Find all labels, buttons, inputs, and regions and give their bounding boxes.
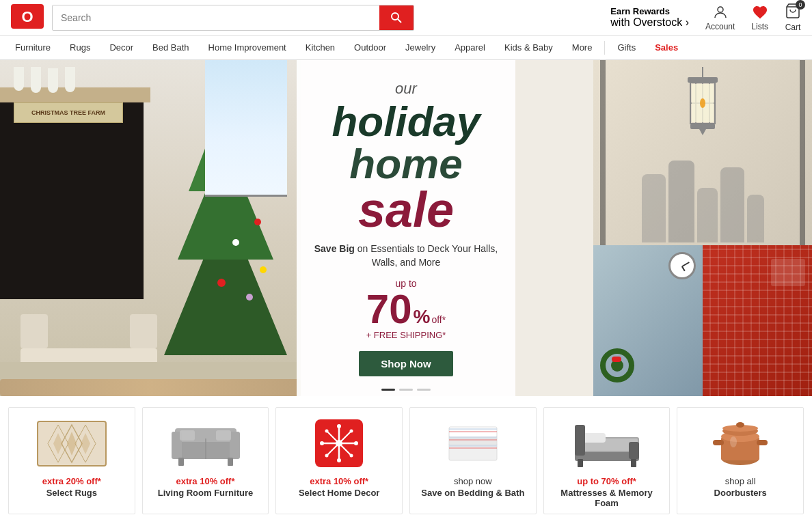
- cat-card-home-decor[interactable]: extra 10% off* Select Home Decor: [275, 407, 403, 514]
- cat-card-living-room[interactable]: extra 10% off* Living Room Furniture: [142, 407, 269, 514]
- nav-divider: [604, 41, 605, 55]
- logo[interactable]: O: [11, 4, 52, 31]
- cat-card-rugs[interactable]: extra 20% off* Select Rugs: [8, 407, 135, 514]
- search-input[interactable]: [53, 5, 379, 30]
- rug: [0, 379, 301, 396]
- hero-desc-rest: on Essentials to Deck Your Halls, Walls,…: [355, 243, 498, 268]
- cat-card-doorbusters[interactable]: shop all Doorbusters: [677, 407, 804, 514]
- cat-name-doorbusters: Doorbusters: [714, 488, 767, 498]
- nav-item-outdoor[interactable]: Outdoor: [344, 36, 396, 59]
- cat-img-sofa: [165, 416, 247, 471]
- hero-dot-3[interactable]: [417, 389, 431, 391]
- stocking4: [65, 67, 75, 92]
- cat-discount-pct-living: extra 10% off*: [176, 476, 235, 486]
- ornament1: [254, 219, 261, 225]
- with-overstock-link[interactable]: with Overstock ›: [610, 16, 689, 29]
- svg-rect-22: [230, 432, 240, 459]
- svg-rect-45: [449, 428, 497, 430]
- svg-rect-65: [713, 440, 724, 445]
- svg-rect-46: [449, 436, 497, 439]
- hero-holiday-text: holiday: [331, 100, 480, 143]
- svg-rect-26: [180, 430, 195, 441]
- hero-right-bottom-left: [593, 245, 703, 396]
- svg-rect-57: [578, 459, 583, 467]
- person5: [747, 195, 764, 242]
- nav-item-furniture[interactable]: Furniture: [5, 36, 60, 59]
- header-right: Earn Rewards with Overstock › Account Li…: [610, 3, 801, 32]
- nav-item-sales[interactable]: Sales: [645, 36, 688, 59]
- pillow-hint: [771, 259, 805, 286]
- nav-item-bed-bath[interactable]: Bed Bath: [143, 36, 199, 59]
- svg-point-14: [700, 98, 705, 108]
- svg-point-4: [718, 7, 723, 12]
- search-button[interactable]: [379, 5, 414, 30]
- clock-hand1: [682, 262, 690, 267]
- hero-percent-sign: %: [414, 306, 431, 328]
- lists-nav-item[interactable]: Lists: [751, 4, 768, 31]
- hero-sale-text: sale: [358, 185, 454, 234]
- earn-rewards-text: Earn Rewards: [610, 6, 689, 16]
- svg-rect-47: [449, 445, 497, 447]
- svg-point-38: [350, 454, 353, 458]
- cart-badge-count: 0: [796, 0, 805, 10]
- svg-point-36: [354, 441, 358, 445]
- stocking2: [31, 67, 41, 93]
- hero-percent-row: 70 % off*: [366, 289, 446, 330]
- hero-right-family: [593, 60, 812, 245]
- hero-right-bottom-row: [593, 245, 812, 396]
- svg-rect-48: [449, 431, 497, 432]
- nav-item-decor[interactable]: Decor: [100, 36, 143, 59]
- cat-discount-text-doorbusters: shop all: [725, 476, 756, 486]
- cat-name-rugs: Select Rugs: [46, 488, 97, 498]
- svg-point-34: [337, 458, 341, 462]
- nav-item-apparel[interactable]: Apparel: [445, 36, 495, 59]
- svg-point-39: [350, 430, 353, 433]
- hero-right-panel: [593, 60, 812, 396]
- cat-name-bedding: Save on Bedding & Bath: [421, 488, 524, 498]
- stocking3: [48, 68, 58, 93]
- hero-left-image: CHRISTMAS TREE FARM: [0, 60, 301, 396]
- nav-item-home-improvement[interactable]: Home Improvement: [199, 36, 296, 59]
- ornament2: [232, 239, 239, 246]
- fireplace-mantle: [0, 87, 150, 102]
- cat-card-mattress[interactable]: up to 70% off* Mattresses & Memory Foam: [543, 407, 671, 514]
- cat-discount-decor: extra 10% off*: [310, 476, 368, 486]
- clock: [668, 252, 696, 279]
- hero-dot-2[interactable]: [399, 389, 413, 391]
- account-nav-item[interactable]: Account: [705, 4, 735, 31]
- cart-nav-item[interactable]: 0 Cart: [785, 3, 801, 32]
- svg-rect-27: [216, 430, 231, 441]
- bow: [612, 357, 621, 362]
- svg-point-33: [337, 424, 341, 428]
- category-cards: extra 20% off* Select Rugs: [0, 396, 812, 515]
- svg-point-41: [336, 440, 342, 447]
- nav-item-more[interactable]: More: [563, 36, 602, 59]
- svg-line-3: [398, 19, 401, 23]
- cat-discount-living-room: extra 10% off*: [176, 476, 235, 486]
- cat-name-living-room: Living Room Furniture: [158, 488, 253, 498]
- nav-item-rugs[interactable]: Rugs: [60, 36, 100, 59]
- hero-off-asterisk: off*: [431, 314, 446, 325]
- hero-right-bottom-right: [703, 245, 812, 396]
- cat-discount-pct-mattress: up to 70% off*: [577, 476, 636, 486]
- hero-free-shipping: + FREE SHIPPING*: [366, 330, 446, 340]
- cat-name-home-decor: Select Home Decor: [299, 488, 380, 498]
- nav-item-kids-baby[interactable]: Kids & Baby: [495, 36, 563, 59]
- hero-banner: CHRISTMAS TREE FARM our holiday home sal…: [0, 60, 812, 396]
- svg-point-67: [730, 436, 737, 447]
- nav-item-kitchen[interactable]: Kitchen: [296, 36, 344, 59]
- cat-discount-bedding: shop now: [454, 476, 492, 486]
- nav-item-gifts[interactable]: Gifts: [608, 36, 645, 59]
- nav-item-jewelry[interactable]: Jewelry: [396, 36, 445, 59]
- search-bar: [52, 5, 414, 31]
- svg-point-64: [736, 422, 744, 428]
- hero-shop-now-button[interactable]: Shop Now: [359, 351, 452, 376]
- person3: [697, 188, 718, 242]
- header: O Earn Rewards with Overstock › Account: [0, 0, 812, 36]
- svg-rect-24: [178, 458, 184, 466]
- svg-point-35: [320, 441, 324, 445]
- hero-dot-1[interactable]: [381, 389, 395, 391]
- hero-carousel-dots: [381, 389, 431, 391]
- cat-card-bedding[interactable]: shop now Save on Bedding & Bath: [409, 407, 537, 514]
- svg-rect-58: [631, 459, 636, 467]
